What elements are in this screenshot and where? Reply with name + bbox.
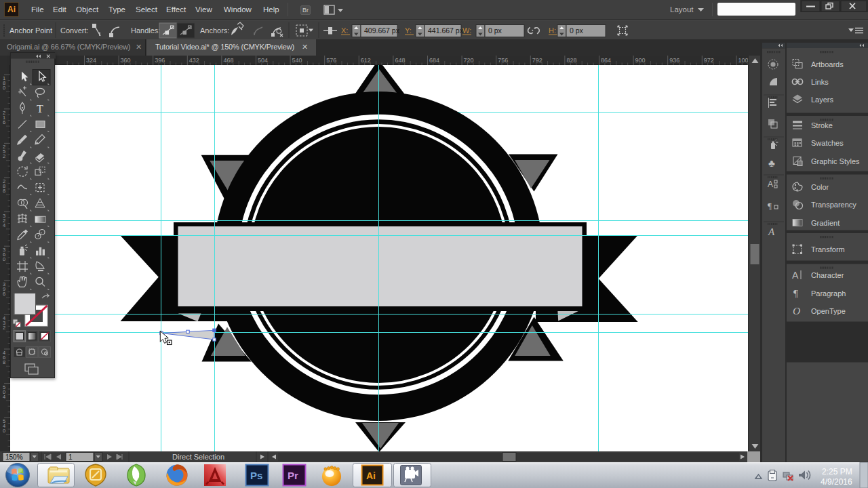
- svg-text:540: 540: [3, 418, 5, 434]
- svg-text:756: 756: [498, 57, 508, 64]
- svg-text:432: 432: [3, 315, 5, 331]
- svg-text:Stroke: Stroke: [811, 121, 833, 129]
- svg-text:Ps: Ps: [250, 470, 262, 481]
- svg-text:Anchors:: Anchors:: [200, 26, 229, 35]
- svg-text:504: 504: [258, 57, 268, 64]
- svg-text:♣: ♣: [768, 157, 775, 169]
- svg-text:936: 936: [669, 57, 679, 64]
- svg-text:H:: H:: [549, 26, 556, 35]
- svg-text:972: 972: [704, 57, 714, 64]
- svg-text:612: 612: [361, 57, 371, 64]
- svg-text:2:25 PM: 2:25 PM: [822, 467, 852, 476]
- svg-text:A: A: [768, 226, 775, 237]
- svg-text:360: 360: [3, 247, 5, 262]
- svg-text:0 px: 0 px: [570, 26, 584, 35]
- svg-text:¶: ¶: [768, 201, 772, 211]
- svg-text:324: 324: [86, 57, 96, 64]
- svg-text:1: 1: [68, 453, 73, 461]
- svg-text:Artboards: Artboards: [811, 60, 844, 68]
- svg-text:Color: Color: [811, 183, 829, 191]
- svg-text:Transform: Transform: [811, 245, 845, 253]
- svg-text:900: 900: [635, 57, 646, 64]
- svg-text:180: 180: [3, 75, 5, 91]
- svg-text:216: 216: [3, 110, 5, 125]
- svg-text:X:: X:: [341, 26, 348, 35]
- svg-text:648: 648: [395, 57, 405, 64]
- svg-text:576: 576: [326, 57, 336, 64]
- svg-text:792: 792: [532, 57, 542, 64]
- svg-text:468: 468: [223, 57, 233, 64]
- svg-text:A: A: [768, 180, 773, 189]
- svg-text:T: T: [37, 103, 43, 115]
- svg-text:Links: Links: [811, 78, 829, 86]
- svg-text:288: 288: [3, 178, 5, 194]
- svg-text:396: 396: [3, 281, 5, 297]
- svg-text:Direct Selection: Direct Selection: [172, 453, 224, 461]
- svg-text:Handles:: Handles:: [131, 26, 160, 35]
- svg-text:Paragraph: Paragraph: [811, 289, 846, 298]
- svg-text:Anchor Point: Anchor Point: [9, 26, 52, 35]
- svg-text:252: 252: [3, 144, 5, 159]
- svg-text:468: 468: [3, 350, 5, 365]
- svg-text:Swatches: Swatches: [811, 139, 844, 147]
- svg-text:Gradient: Gradient: [811, 219, 840, 227]
- svg-text:396: 396: [155, 57, 165, 64]
- svg-text:409.667 px: 409.667 px: [364, 26, 400, 35]
- svg-text:828: 828: [566, 57, 576, 64]
- svg-text:Convert:: Convert:: [60, 26, 89, 35]
- svg-text:720: 720: [464, 57, 474, 64]
- svg-text:W:: W:: [462, 26, 471, 35]
- svg-text:4/9/2016: 4/9/2016: [821, 477, 852, 487]
- svg-text:504: 504: [3, 384, 5, 400]
- svg-text:Pr: Pr: [288, 470, 298, 481]
- svg-text:0 px: 0 px: [488, 26, 502, 35]
- svg-text:Graphic Styles: Graphic Styles: [811, 157, 860, 165]
- svg-text:Layers: Layers: [811, 96, 834, 104]
- svg-text:OpenType: OpenType: [811, 307, 846, 315]
- svg-text:Y:: Y:: [405, 26, 412, 35]
- svg-text:432: 432: [189, 57, 199, 64]
- svg-text:Ai: Ai: [366, 470, 376, 481]
- svg-text:150%: 150%: [5, 453, 23, 461]
- svg-text:864: 864: [601, 57, 611, 64]
- svg-text:324: 324: [3, 213, 5, 228]
- svg-text:684: 684: [429, 57, 439, 64]
- svg-text:Character: Character: [811, 271, 844, 279]
- svg-text:441.667 px: 441.667 px: [428, 26, 464, 35]
- svg-text:540: 540: [292, 57, 302, 64]
- svg-text:Transparency: Transparency: [811, 201, 856, 209]
- svg-text:360: 360: [121, 57, 131, 64]
